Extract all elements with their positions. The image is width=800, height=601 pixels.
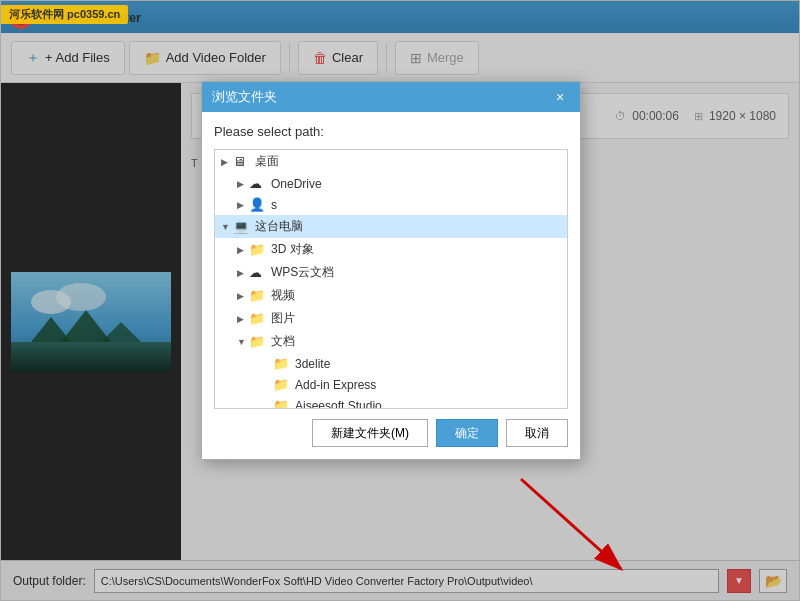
folder-icon: 📁	[273, 398, 291, 409]
tree-arrow-icon: ▶	[237, 268, 249, 278]
tree-arrow-icon: ▶	[237, 314, 249, 324]
tree-label: OneDrive	[271, 177, 322, 191]
tree-arrow-icon: ▶	[237, 291, 249, 301]
user-icon: 👤	[249, 197, 267, 212]
tree-item-aiseesoft[interactable]: ▶ 📁 Aiseesoft Studio	[215, 395, 567, 409]
tree-label: Add-in Express	[295, 378, 376, 392]
tree-item-user[interactable]: ▶ 👤 s	[215, 194, 567, 215]
tree-label: 桌面	[255, 153, 279, 170]
new-folder-button[interactable]: 新建文件夹(M)	[312, 419, 428, 447]
tree-arrow-icon: ▼	[221, 222, 233, 232]
dialog-prompt: Please select path:	[214, 124, 568, 139]
tree-arrow-icon: ▼	[237, 337, 249, 347]
tree-label: 视频	[271, 287, 295, 304]
wps-icon: ☁	[249, 265, 267, 280]
app-window: Video Converter ＋ + Add Files 📁 Add Vide…	[0, 0, 800, 601]
onedrive-icon: ☁	[249, 176, 267, 191]
documents-folder-icon: 📁	[249, 334, 267, 349]
tree-arrow-icon: ▶	[221, 157, 233, 167]
tree-item-videos[interactable]: ▶ 📁 视频	[215, 284, 567, 307]
dialog-buttons: 新建文件夹(M) 确定 取消	[214, 419, 568, 447]
tree-item-pictures[interactable]: ▶ 📁 图片	[215, 307, 567, 330]
tree-item-addinexpress[interactable]: ▶ 📁 Add-in Express	[215, 374, 567, 395]
tree-item-3d[interactable]: ▶ 📁 3D 对象	[215, 238, 567, 261]
folder-icon: 📁	[273, 356, 291, 371]
tree-label: 3D 对象	[271, 241, 314, 258]
videos-folder-icon: 📁	[249, 288, 267, 303]
tree-arrow-icon: ▶	[237, 245, 249, 255]
tree-label: 图片	[271, 310, 295, 327]
tree-arrow-icon: ▶	[237, 179, 249, 189]
tree-arrow-icon: ▶	[237, 200, 249, 210]
tree-label: Aiseesoft Studio	[295, 399, 382, 410]
desktop-icon: 🖥	[233, 154, 251, 169]
dialog-titlebar: 浏览文件夹 ×	[202, 82, 580, 112]
file-tree[interactable]: ▶ 🖥 桌面 ▶ ☁ OneDrive ▶ 👤 s	[214, 149, 568, 409]
cancel-button[interactable]: 取消	[506, 419, 568, 447]
tree-item-documents[interactable]: ▼ 📁 文档	[215, 330, 567, 353]
tree-item-onedrive[interactable]: ▶ ☁ OneDrive	[215, 173, 567, 194]
confirm-button[interactable]: 确定	[436, 419, 498, 447]
tree-item-desktop[interactable]: ▶ 🖥 桌面	[215, 150, 567, 173]
tree-item-thispc[interactable]: ▼ 💻 这台电脑	[215, 215, 567, 238]
tree-label: 这台电脑	[255, 218, 303, 235]
dialog-title: 浏览文件夹	[212, 88, 550, 106]
dialog-close-button[interactable]: ×	[550, 87, 570, 107]
tree-label: 3delite	[295, 357, 330, 371]
tree-label: 文档	[271, 333, 295, 350]
browse-folder-dialog: 浏览文件夹 × Please select path: ▶ 🖥 桌面 ▶	[201, 81, 581, 460]
pictures-folder-icon: 📁	[249, 311, 267, 326]
dialog-body: Please select path: ▶ 🖥 桌面 ▶ ☁ OneDrive	[202, 112, 580, 459]
computer-icon: 💻	[233, 219, 251, 234]
dialog-overlay: 浏览文件夹 × Please select path: ▶ 🖥 桌面 ▶	[1, 1, 799, 600]
tree-item-wps[interactable]: ▶ ☁ WPS云文档	[215, 261, 567, 284]
folder-icon: 📁	[273, 377, 291, 392]
tree-label: WPS云文档	[271, 264, 334, 281]
folder-3d-icon: 📁	[249, 242, 267, 257]
tree-item-3delite[interactable]: ▶ 📁 3delite	[215, 353, 567, 374]
tree-label: s	[271, 198, 277, 212]
